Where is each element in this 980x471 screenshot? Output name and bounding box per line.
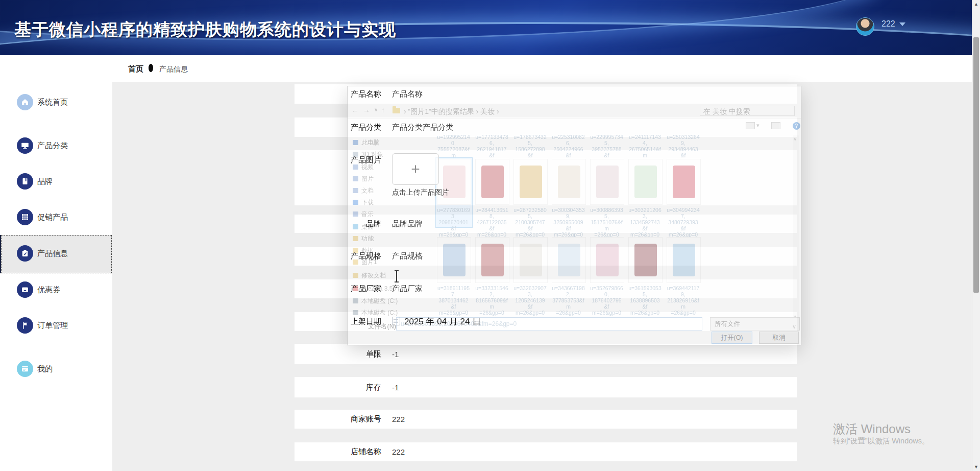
text-cursor (396, 271, 397, 282)
book-icon (17, 173, 33, 190)
field-label: 品牌 (295, 219, 381, 229)
back-icon[interactable]: ← (352, 106, 359, 114)
scroll-up-icon[interactable]: ∧ (793, 136, 797, 142)
upload-button[interactable]: + (392, 153, 439, 185)
field-label: 产品规格 (295, 251, 381, 261)
sidebar-item-label: 产品信息 (37, 249, 68, 258)
scroll-up-icon[interactable]: ▲ (972, 2, 980, 7)
tree-item[interactable]: 此电脑 (353, 137, 434, 148)
product-spec-input[interactable]: 产品规格 (392, 251, 423, 261)
shop-name-input[interactable]: 222 (392, 448, 405, 456)
coupon-icon (17, 281, 33, 298)
page-scrollbar[interactable]: ▲ ▼ (972, 0, 980, 471)
sidebar-item-home[interactable]: 系统首页 (0, 92, 112, 112)
sidebar-item-mine[interactable]: 我的 (0, 359, 112, 379)
home-icon (17, 94, 33, 110)
sidebar-item-product-category[interactable]: 产品分类 (0, 135, 112, 156)
scrollbar-thumb[interactable] (973, 37, 979, 293)
tree-item[interactable]: 修改文档 (353, 270, 434, 280)
sidebar-item-label: 我的 (37, 364, 53, 374)
sidebar-item-label: 订单管理 (37, 321, 68, 331)
form-row: 单限 -1 (295, 344, 797, 364)
form-row: 品牌 品牌品牌 (295, 215, 797, 233)
dialog-nav-bar: ← → ∨ ↑ › “图片1”中的搜索结果 › 美妆 › 在 美妆 中搜索 (348, 104, 801, 119)
field-label: 商家账号 (295, 414, 381, 424)
field-label: 产品图片 (295, 155, 381, 165)
field-label: 库存 (295, 383, 381, 392)
product-manufacturer-input[interactable]: 产品厂家 (392, 284, 423, 294)
product-category-input[interactable]: 产品分类产品分类 (392, 123, 453, 132)
breadcrumb-band (112, 55, 972, 82)
flag-icon (17, 317, 33, 334)
forward-icon[interactable]: → (363, 106, 370, 114)
field-label: 上架日期 (295, 317, 381, 326)
sidebar: 系统首页 产品分类 品牌 促销产品 产品信息 优惠券 订单管理 (0, 55, 112, 471)
sidebar-item-coupon[interactable]: 优惠券 (0, 279, 112, 300)
form-row: 店铺名称 222 (295, 442, 797, 461)
launch-date-input[interactable]: 2025 年 04 月 24 日 (392, 316, 481, 327)
breadcrumb-home[interactable]: 首页 (128, 64, 143, 74)
form-row: 产品分类 产品分类产品分类 (295, 117, 797, 137)
field-label: 产品名称 (295, 89, 381, 99)
calendar-icon (392, 317, 400, 325)
sidebar-item-promo-products[interactable]: 促销产品 (0, 207, 112, 227)
activate-windows-watermark: 激活 Windows (833, 421, 911, 437)
form-row: 商家账号 222 (295, 410, 797, 429)
profile-card-icon (17, 361, 33, 377)
scroll-down-icon[interactable]: ▼ (972, 464, 980, 469)
page-title: 基于微信小程序的精致护肤购物系统的设计与实现 (14, 18, 396, 41)
breadcrumb-separator (149, 64, 153, 72)
upload-hint: 点击上传产品图片 (392, 188, 449, 197)
form-row: 产品图片 + 点击上传产品图片 (295, 150, 797, 205)
unit-limit-input[interactable]: -1 (392, 350, 399, 359)
field-label: 店铺名称 (295, 447, 381, 457)
chevron-down-icon[interactable] (899, 22, 905, 26)
sidebar-item-brand[interactable]: 品牌 (0, 171, 112, 192)
cancel-button[interactable]: 取消 (759, 332, 799, 344)
sidebar-item-label: 促销产品 (37, 213, 68, 222)
sidebar-item-label: 品牌 (37, 177, 53, 186)
stock-input[interactable]: -1 (392, 383, 399, 392)
form-row: 库存 -1 (295, 377, 797, 397)
form-row: 产品厂家 产品厂家 (295, 279, 797, 298)
username-label[interactable]: 222 (881, 19, 895, 29)
form-row: 产品规格 产品规格 (295, 247, 797, 266)
sidebar-item-label: 优惠券 (37, 285, 60, 295)
clipboard-check-icon (17, 245, 33, 262)
up-icon[interactable]: ↑ (381, 106, 385, 114)
product-name-input[interactable]: 产品名称 (392, 89, 423, 99)
grid-icon (17, 209, 33, 225)
breadcrumb-current: 产品信息 (159, 65, 188, 74)
sidebar-item-label: 产品分类 (37, 141, 68, 151)
field-label: 产品厂家 (295, 284, 381, 294)
sidebar-item-label: 系统首页 (37, 98, 68, 107)
dialog-address-path[interactable]: › “图片1”中的搜索结果 › 美妆 › (404, 107, 499, 116)
dialog-search-input[interactable]: 在 美妆 中搜索 (700, 106, 795, 116)
brand-input[interactable]: 品牌品牌 (392, 219, 423, 229)
merchant-account-input[interactable]: 222 (392, 415, 405, 423)
field-label: 产品分类 (295, 123, 381, 132)
chevron-down-icon[interactable]: ∨ (374, 107, 378, 112)
open-button[interactable]: 打开(O) (712, 332, 752, 344)
sidebar-item-orders[interactable]: 订单管理 (0, 315, 112, 336)
avatar[interactable] (856, 17, 874, 36)
form-row: 上架日期 2025 年 04 月 24 日 (295, 312, 797, 331)
field-label: 单限 (295, 349, 381, 359)
form-row: 产品名称 产品名称 (295, 84, 797, 104)
tree-item[interactable]: 功能 (353, 233, 434, 244)
folder-icon (393, 108, 400, 113)
activate-windows-watermark-sub: 转到“设置”以激活 Windows。 (833, 436, 929, 446)
sidebar-item-product-info[interactable]: 产品信息 (0, 243, 112, 264)
monitor-icon (17, 137, 33, 154)
